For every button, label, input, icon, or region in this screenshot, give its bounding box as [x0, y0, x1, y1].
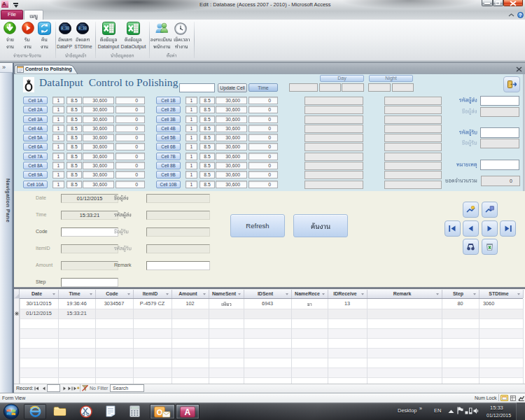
svg-text:A: A: [184, 407, 190, 417]
svg-text:8:30: 8:30: [62, 27, 69, 30]
svg-text:O: O: [157, 408, 163, 416]
svg-text:8:30: 8:30: [79, 27, 87, 30]
